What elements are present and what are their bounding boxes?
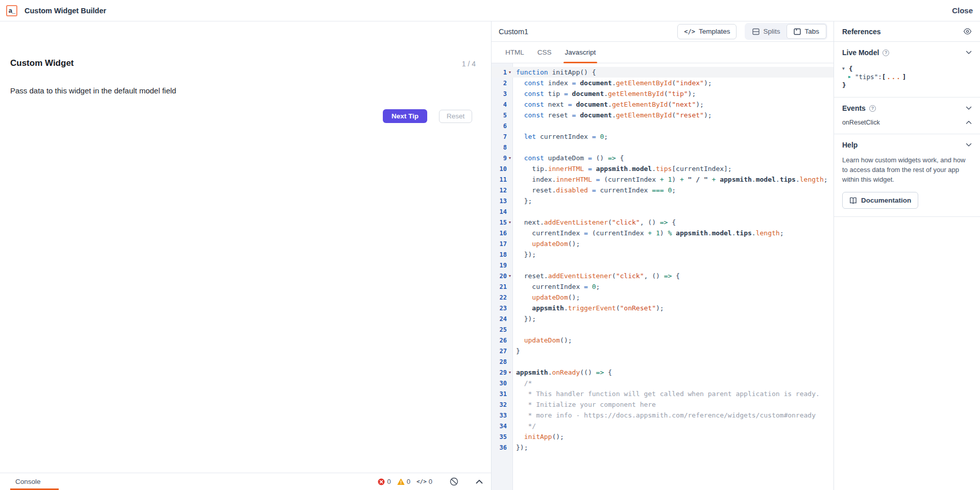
code-line[interactable]: 32 * Initialize your component here [492, 399, 834, 410]
code-text[interactable]: */ [513, 421, 536, 431]
code-line[interactable]: 8 [492, 142, 834, 153]
help-header[interactable]: Help [842, 141, 972, 149]
collapse-node-icon[interactable]: ▼ [842, 65, 849, 73]
code-line[interactable]: 1▼function initApp() { [492, 67, 834, 78]
code-text[interactable]: next.addEventListener("click", () => { [513, 217, 676, 228]
tab-css[interactable]: CSS [531, 42, 558, 63]
chevron-down-icon[interactable] [966, 51, 972, 55]
code-text[interactable]: const index = document.getElementById("i… [513, 78, 712, 88]
code-line[interactable]: 10 tip.innerHTML = appsmith.model.tips[c… [492, 163, 834, 174]
code-text[interactable]: initApp(); [513, 431, 564, 442]
code-line[interactable]: 16 currentIndex = (currentIndex + 1) % a… [492, 228, 834, 238]
next-tip-button[interactable]: Next Tip [383, 109, 427, 123]
code-line[interactable]: 21 currentIndex = 0; [492, 281, 834, 292]
code-line[interactable]: 25 [492, 324, 834, 335]
code-line[interactable]: 34 */ [492, 421, 834, 431]
code-line[interactable]: 17 updateDom(); [492, 238, 834, 249]
code-text[interactable]: appsmith.onReady(() => { [513, 367, 612, 378]
code-text[interactable]: reset.addEventListener("click", () => { [513, 271, 680, 281]
code-line[interactable]: 36}); [492, 442, 834, 453]
code-line[interactable]: 4 const next = document.getElementById("… [492, 99, 834, 110]
code-text[interactable]: appsmith.triggerEvent("onReset"); [513, 303, 664, 313]
code-line[interactable]: 9▼ const updateDom = () => { [492, 153, 834, 163]
fold-arrow-icon[interactable]: ▼ [507, 153, 513, 163]
chevron-down-icon[interactable] [966, 106, 972, 110]
event-item-onresetclick[interactable]: onResetClick [842, 119, 972, 126]
close-button[interactable]: Close [952, 6, 973, 15]
collapse-console-icon[interactable] [476, 479, 483, 484]
code-text[interactable]: index.innerHTML = (currentIndex + 1) + "… [513, 174, 828, 185]
code-text[interactable]: currentIndex = (currentIndex + 1) % apps… [513, 228, 783, 238]
code-text[interactable]: * more info - https://docs.appsmith.com/… [513, 410, 816, 421]
code-line[interactable]: 19 [492, 260, 834, 271]
code-text[interactable]: tip.innerHTML = appsmith.model.tips[curr… [513, 163, 732, 174]
code-text[interactable]: const updateDom = () => { [513, 153, 624, 163]
code-text[interactable]: }); [513, 313, 536, 324]
code-line[interactable]: 28 [492, 356, 834, 367]
code-text[interactable]: currentIndex = 0; [513, 281, 600, 292]
code-line[interactable]: 30 /* [492, 378, 834, 388]
templates-button[interactable]: </> Templates [677, 24, 737, 39]
splits-toggle[interactable]: Splits [746, 24, 787, 39]
documentation-button[interactable]: Documentation [842, 192, 918, 209]
code-text[interactable]: }); [513, 249, 536, 260]
tab-javascript[interactable]: Javascript [558, 42, 603, 63]
tab-html[interactable]: HTML [499, 42, 531, 63]
code-text[interactable]: const next = document.getElementById("ne… [513, 99, 704, 110]
code-line[interactable]: 27} [492, 346, 834, 356]
code-line[interactable]: 26 updateDom(); [492, 335, 834, 346]
code-line[interactable]: 33 * more info - https://docs.appsmith.c… [492, 410, 834, 421]
code-text[interactable]: updateDom(); [513, 335, 572, 346]
code-text[interactable]: updateDom(); [513, 292, 580, 303]
chevron-up-icon[interactable] [966, 120, 972, 125]
eye-icon[interactable] [963, 28, 972, 35]
tabs-toggle[interactable]: Tabs [787, 24, 826, 39]
console-warnings-filter[interactable]: 0 [397, 478, 410, 485]
code-text[interactable]: reset.disabled = currentIndex === 0; [513, 185, 676, 195]
fold-arrow-icon[interactable]: ▼ [507, 67, 513, 78]
code-line[interactable]: 18 }); [492, 249, 834, 260]
clear-console-icon[interactable] [450, 477, 458, 486]
expand-node-icon[interactable]: ▶ [848, 73, 855, 81]
console-logs-filter[interactable]: </> 0 [416, 478, 432, 485]
reset-button[interactable]: Reset [439, 110, 472, 123]
code-line[interactable]: 15▼ next.addEventListener("click", () =>… [492, 217, 834, 228]
code-line[interactable]: 5 const reset = document.getElementById(… [492, 110, 834, 120]
console-tab[interactable]: Console [15, 478, 41, 485]
code-text[interactable]: /* [513, 378, 532, 388]
code-line[interactable]: 24 }); [492, 313, 834, 324]
code-text[interactable]: }; [513, 195, 532, 206]
code-text[interactable]: let currentIndex = 0; [513, 131, 608, 142]
code-text[interactable]: }); [513, 442, 528, 453]
code-line[interactable]: 22 updateDom(); [492, 292, 834, 303]
fold-arrow-icon[interactable]: ▼ [507, 217, 513, 228]
code-text[interactable]: * Initialize your component here [513, 399, 656, 410]
fold-arrow-icon[interactable]: ▼ [507, 367, 513, 378]
code-text[interactable]: function initApp() { [513, 67, 596, 78]
live-model-header[interactable]: Live Model ? [842, 48, 972, 57]
code-line[interactable]: 11 index.innerHTML = (currentIndex + 1) … [492, 174, 834, 185]
collapsed-array-dots[interactable]: ... [887, 73, 901, 81]
code-line[interactable]: 29▼appsmith.onReady(() => { [492, 367, 834, 378]
code-line[interactable]: 13 }; [492, 195, 834, 206]
code-text[interactable]: const tip = document.getElementById("tip… [513, 88, 696, 99]
code-line[interactable]: 3 const tip = document.getElementById("t… [492, 88, 834, 99]
code-line[interactable]: 12 reset.disabled = currentIndex === 0; [492, 185, 834, 195]
code-line[interactable]: 31 * This handler function will get call… [492, 388, 834, 399]
help-circle-icon[interactable]: ? [883, 50, 889, 56]
console-errors-filter[interactable]: 0 [378, 478, 390, 485]
fold-arrow-icon[interactable]: ▼ [507, 271, 513, 281]
code-text[interactable]: const reset = document.getElementById("r… [513, 110, 712, 120]
code-editor[interactable]: 1▼function initApp() {2 const index = do… [492, 63, 834, 490]
code-line[interactable]: 35 initApp(); [492, 431, 834, 442]
code-line[interactable]: 20▼ reset.addEventListener("click", () =… [492, 271, 834, 281]
code-text[interactable]: updateDom(); [513, 238, 580, 249]
events-header[interactable]: Events ? [842, 104, 972, 112]
code-line[interactable]: 6 [492, 120, 834, 131]
code-line[interactable]: 7 let currentIndex = 0; [492, 131, 834, 142]
code-text[interactable]: } [513, 346, 520, 356]
code-line[interactable]: 14 [492, 206, 834, 217]
code-text[interactable]: * This handler function will get called … [513, 388, 820, 399]
code-line[interactable]: 2 const index = document.getElementById(… [492, 78, 834, 88]
code-line[interactable]: 23 appsmith.triggerEvent("onReset"); [492, 303, 834, 313]
